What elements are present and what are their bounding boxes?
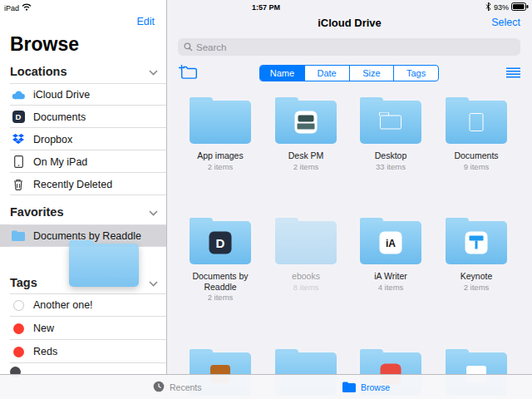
- status-bar: iPad 1:57 PM 93%: [0, 0, 532, 15]
- segment-tags[interactable]: Tags: [394, 66, 438, 81]
- sidebar-item-documents[interactable]: D Documents: [0, 106, 166, 128]
- trash-icon: [10, 179, 27, 190]
- search-bar[interactable]: [178, 38, 520, 56]
- folder-icon: D: [190, 221, 251, 264]
- item-name: Documents by Readdle: [178, 271, 263, 292]
- grid-item-ebooks[interactable]: ebooks 8 items: [264, 216, 348, 292]
- grid-item-documents-by-readdle[interactable]: D Documents by Readdle 2 items: [178, 216, 263, 302]
- chevron-down-icon[interactable]: [149, 65, 158, 78]
- grid-item-app-images[interactable]: App images 2 items: [178, 96, 263, 171]
- battery-percent: 93%: [494, 3, 509, 12]
- ipad-icon: [10, 155, 27, 168]
- item-name: App images: [178, 150, 263, 161]
- grid-item-ia-writer[interactable]: iA iA Writer 4 items: [348, 216, 433, 292]
- item-name: Documents: [434, 150, 519, 161]
- section-label: Locations: [10, 65, 66, 78]
- folder-icon: [10, 230, 27, 241]
- folder-icon: iA: [360, 221, 421, 264]
- folder-icon: [275, 101, 337, 144]
- sidebar-item-label: On My iPad: [33, 156, 87, 168]
- search-icon: [184, 40, 193, 55]
- documents-app-badge-icon: D: [209, 232, 232, 254]
- item-name: Desktop: [348, 150, 433, 161]
- tab-recents[interactable]: Recents: [153, 375, 202, 399]
- item-count: 2 items: [178, 162, 263, 171]
- item-count: 2 items: [434, 283, 519, 292]
- item-name: Keynote: [434, 271, 519, 282]
- edit-button[interactable]: Edit: [136, 16, 155, 27]
- sort-segmented-control: Name Date Size Tags: [259, 65, 439, 81]
- grid-item-documents[interactable]: Documents 9 items: [434, 96, 519, 171]
- chevron-down-icon[interactable]: [149, 205, 158, 219]
- item-name: Desk PM: [264, 150, 348, 161]
- tab-label: Browse: [361, 382, 390, 392]
- tag-circle-icon: [10, 300, 27, 311]
- grid-item-desk-pm[interactable]: Desk PM 2 items: [264, 96, 348, 171]
- recents-clock-icon: [153, 381, 165, 394]
- item-count: 33 items: [348, 162, 433, 171]
- item-name: ebooks: [264, 271, 348, 282]
- sidebar-item-icloud-drive[interactable]: iCloud Drive: [0, 83, 166, 106]
- item-count: 8 items: [264, 283, 348, 292]
- section-header-locations[interactable]: Locations: [10, 63, 158, 80]
- new-folder-button[interactable]: [178, 64, 198, 83]
- typewriter-badge-icon: [295, 111, 318, 134]
- tag-label: Reds: [33, 346, 57, 357]
- tag-label: New: [33, 323, 54, 334]
- browse-folder-icon: [342, 382, 356, 394]
- folder-outline-badge-icon: [380, 116, 401, 130]
- item-count: 2 items: [178, 293, 263, 302]
- sidebar-item-label: iCloud Drive: [33, 89, 90, 101]
- folder-icon: [446, 221, 507, 264]
- tab-label: Recents: [170, 382, 202, 392]
- document-outline-badge-icon: [470, 113, 484, 131]
- tab-bar: Recents Browse: [0, 374, 532, 399]
- select-button[interactable]: Select: [491, 17, 520, 28]
- grid-item-desktop[interactable]: Desktop 33 items: [348, 96, 433, 171]
- tag-label: Another one!: [33, 299, 93, 311]
- sidebar-item-dropbox[interactable]: Dropbox: [0, 128, 166, 150]
- tag-item-new[interactable]: New: [0, 317, 166, 340]
- tab-browse[interactable]: Browse: [342, 375, 390, 399]
- clock: 1:57 PM: [0, 3, 532, 12]
- sidebar-item-label: Documents: [33, 111, 86, 123]
- segment-size[interactable]: Size: [350, 66, 395, 81]
- grid-item-keynote[interactable]: Keynote 2 items: [434, 216, 519, 292]
- sidebar-item-label: Dropbox: [33, 134, 72, 145]
- status-right: 93%: [485, 2, 529, 12]
- chevron-down-icon[interactable]: [149, 276, 158, 289]
- segment-name[interactable]: Name: [260, 66, 305, 81]
- section-label: Favorites: [10, 205, 63, 219]
- folder-icon: [360, 101, 421, 144]
- sidebar-item-on-my-ipad[interactable]: On My iPad: [0, 150, 166, 173]
- search-input[interactable]: [196, 42, 520, 52]
- tag-item-another-one[interactable]: Another one!: [0, 293, 166, 317]
- bluetooth-icon: [485, 2, 491, 12]
- sidebar: Edit Browse Locations iCloud Drive D Doc…: [0, 0, 167, 399]
- files-app: iPad 1:57 PM 93% Edit Browse Locations: [0, 0, 532, 399]
- item-count: 2 items: [264, 162, 348, 171]
- folder-icon: [275, 221, 337, 264]
- icloud-icon: [10, 90, 27, 100]
- battery-icon: [511, 2, 529, 12]
- dropbox-icon: [10, 134, 27, 145]
- tag-item-reds[interactable]: Reds: [0, 340, 166, 363]
- ia-writer-badge-icon: iA: [380, 232, 402, 254]
- tag-circle-icon: [10, 347, 27, 357]
- folder-icon: [446, 101, 507, 144]
- tag-circle-icon: [10, 323, 27, 334]
- keynote-badge-icon: [466, 232, 488, 254]
- section-header-favorites[interactable]: Favorites: [10, 204, 158, 220]
- list-view-toggle[interactable]: [506, 66, 520, 81]
- page-title: iCloud Drive: [167, 17, 532, 29]
- sidebar-item-recently-deleted[interactable]: Recently Deleted: [0, 173, 166, 195]
- segment-date[interactable]: Date: [305, 66, 350, 81]
- documents-app-icon: D: [10, 111, 27, 123]
- item-count: 4 items: [348, 283, 433, 292]
- section-label: Tags: [10, 276, 37, 289]
- dragged-folder-ghost[interactable]: [69, 244, 139, 287]
- folder-icon: [190, 101, 251, 144]
- item-name: iA Writer: [348, 271, 433, 282]
- item-count: 9 items: [434, 162, 519, 171]
- sidebar-title: Browse: [10, 33, 79, 56]
